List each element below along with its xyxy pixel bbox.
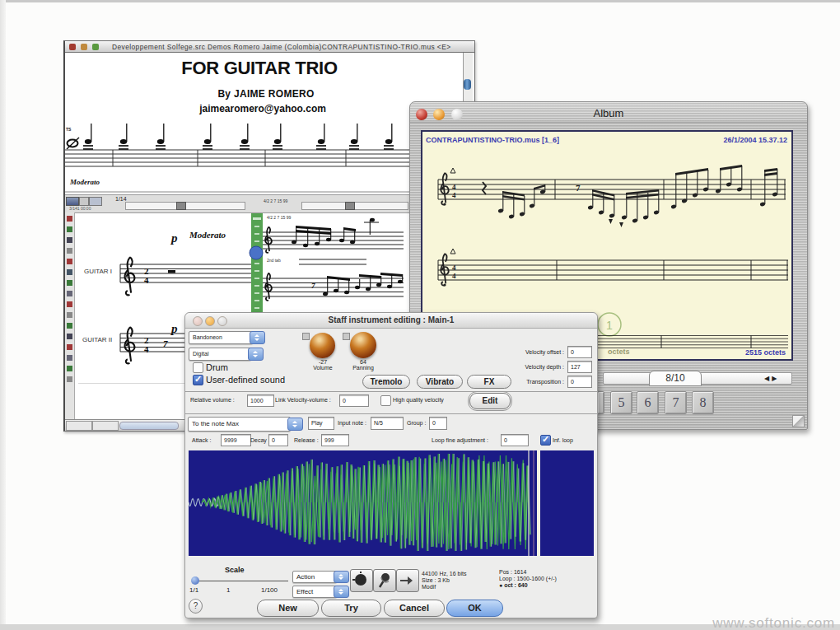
svg-text:Moderato: Moderato: [69, 178, 100, 186]
svg-text:Moderato: Moderato: [189, 230, 226, 240]
svg-text:GUITAR II: GUITAR II: [82, 336, 112, 343]
svg-text:2nd tab: 2nd tab: [267, 258, 281, 263]
svg-text:4: 4: [452, 183, 456, 191]
svg-text:4: 4: [144, 344, 149, 354]
svg-text:7: 7: [311, 282, 315, 290]
svg-text:4: 4: [144, 275, 149, 285]
svg-text:GUITAR I: GUITAR I: [84, 268, 112, 275]
svg-text:7: 7: [163, 338, 168, 348]
svg-text:4: 4: [452, 264, 456, 272]
svg-text:p: p: [170, 231, 178, 245]
svg-text:4/2 2 7 15 99: 4/2 2 7 15 99: [267, 215, 291, 220]
svg-text:4: 4: [452, 191, 456, 199]
svg-text:TS: TS: [66, 127, 72, 132]
svg-text:1: 1: [606, 319, 613, 332]
svg-text:7: 7: [576, 183, 581, 193]
svg-text:4: 4: [452, 272, 456, 280]
